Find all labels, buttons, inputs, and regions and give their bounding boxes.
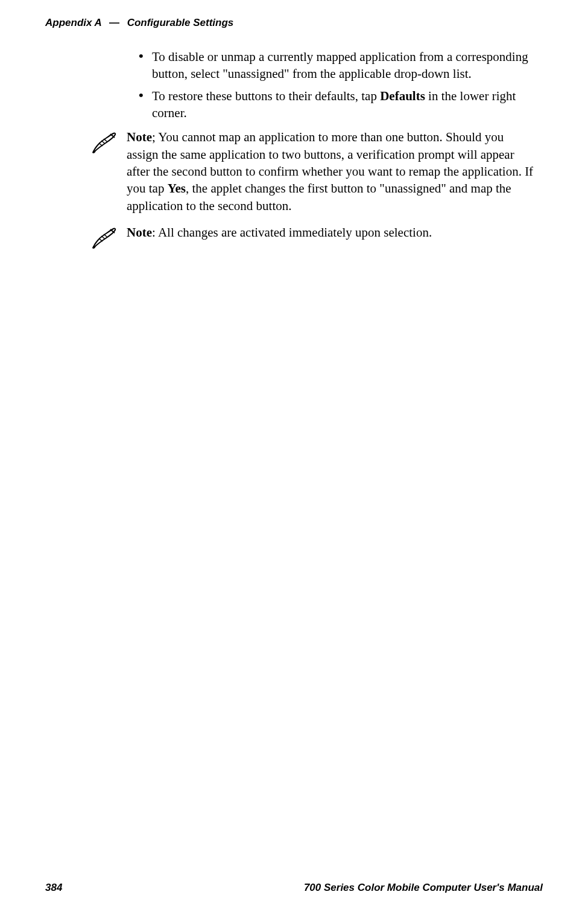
note-block: Note: All changes are activated immediat… <box>90 224 537 252</box>
header-appendix: Appendix A <box>45 17 101 28</box>
note-body: Note: All changes are activated immediat… <box>127 224 537 252</box>
page-content: • To disable or unmap a currently mapped… <box>90 48 537 261</box>
bullet-text: To disable or unmap a currently mapped a… <box>152 48 537 83</box>
bullet-marker: • <box>139 88 152 122</box>
note-label: Note <box>127 225 152 240</box>
running-footer: 384 700 Series Color Mobile Computer Use… <box>45 882 543 894</box>
bold-defaults: Defaults <box>380 89 425 103</box>
header-separator: — <box>109 17 119 28</box>
note-body: Note; You cannot map an application to m… <box>127 129 537 214</box>
bullet-list: • To disable or unmap a currently mapped… <box>139 48 537 121</box>
note-icon <box>90 224 127 252</box>
running-header: Appendix A — Configurable Settings <box>45 17 543 29</box>
bold-yes: Yes <box>168 181 186 196</box>
note-label: Note <box>127 130 152 144</box>
bullet-text: To restore these buttons to their defaul… <box>152 88 537 122</box>
note-block: Note; You cannot map an application to m… <box>90 129 537 214</box>
manual-title: 700 Series Color Mobile Computer User's … <box>304 882 543 894</box>
bullet-item: • To restore these buttons to their defa… <box>139 88 537 122</box>
note-icon <box>90 129 127 214</box>
page-number: 384 <box>45 882 62 894</box>
header-title: Configurable Settings <box>127 17 234 28</box>
bullet-item: • To disable or unmap a currently mapped… <box>139 48 537 83</box>
bullet-marker: • <box>139 48 152 83</box>
